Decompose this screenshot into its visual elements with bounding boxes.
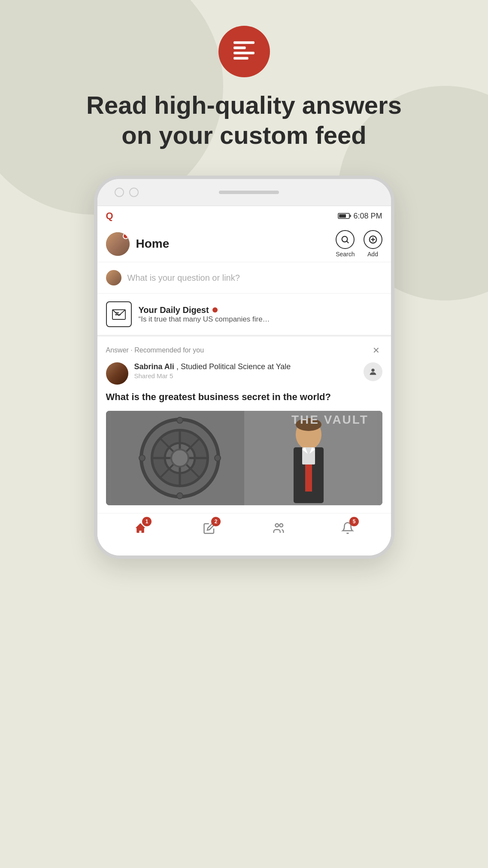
answer-meta: Answer · Recommended for you ✕: [106, 344, 382, 356]
phone-bottom: [97, 543, 391, 555]
svg-rect-0: [233, 41, 255, 44]
digest-title: Your Daily Digest: [139, 305, 209, 315]
svg-point-4: [342, 237, 348, 242]
notification-dot: [123, 233, 129, 239]
answer-image: THE VAULT: [106, 411, 382, 505]
nav-people-wrapper: [269, 519, 288, 537]
vault-visual: THE VAULT: [106, 411, 382, 505]
nav-item-people[interactable]: [269, 519, 288, 537]
digest-content: Your Daily Digest “Is it true that many …: [139, 305, 382, 324]
svg-point-23: [215, 455, 221, 461]
battery-fill: [339, 214, 346, 218]
svg-point-12: [371, 369, 374, 372]
question-avatar: [106, 270, 121, 285]
question-input-area[interactable]: What is your question or link?: [97, 262, 391, 294]
phone-hardware-top: [97, 179, 391, 206]
svg-point-36: [280, 524, 283, 527]
add-action[interactable]: Add: [364, 230, 382, 258]
phone-sensor: [129, 188, 139, 197]
nav-edit-wrapper: 2: [200, 519, 219, 537]
battery-icon: [338, 213, 350, 219]
svg-text:THE VAULT: THE VAULT: [291, 413, 369, 426]
answer-tag: Answer · Recommended for you: [106, 346, 204, 354]
author-avatar-inner: [106, 362, 128, 385]
svg-line-5: [347, 241, 349, 243]
nav-item-bell[interactable]: 5: [338, 519, 357, 537]
phone-speaker: [219, 191, 279, 194]
app-screen: Q 6:08 PM Home: [97, 206, 391, 543]
nav-item-home[interactable]: 1: [131, 519, 150, 537]
svg-rect-3: [233, 57, 249, 59]
people-icon: [272, 522, 285, 534]
header-actions: Search Add: [336, 230, 382, 258]
daily-digest[interactable]: Your Daily Digest “Is it true that many …: [97, 294, 391, 337]
answer-card: Answer · Recommended for you ✕ Sabrina A…: [97, 337, 391, 513]
nav-bell-wrapper: 5: [338, 519, 357, 537]
headline-line2: on your custom feed: [121, 121, 366, 149]
nav-home-wrapper: 1: [131, 519, 150, 537]
search-circle: [336, 230, 355, 249]
envelope-icon: [111, 307, 127, 322]
nav-item-edit[interactable]: 2: [200, 519, 219, 537]
add-icon: [368, 235, 378, 244]
svg-point-35: [276, 524, 279, 527]
follow-button[interactable]: [364, 362, 382, 381]
phone-camera: [115, 188, 124, 197]
vault-svg: THE VAULT: [106, 411, 382, 505]
status-bar: Q 6:08 PM: [97, 206, 391, 226]
svg-rect-2: [233, 52, 255, 54]
home-badge: 1: [142, 517, 152, 526]
edit-badge: 2: [211, 517, 221, 526]
app-icon: [218, 26, 270, 77]
add-circle: [364, 230, 382, 249]
headline: Read high-quality answers on your custom…: [86, 90, 402, 150]
status-time: 6:08 PM: [353, 212, 382, 221]
search-action[interactable]: Search: [336, 230, 355, 258]
svg-point-26: [171, 449, 188, 467]
follow-icon: [368, 367, 378, 376]
author-credential: Studied Political Science at Yale: [181, 362, 291, 371]
author-info: Sabrina Ali , Studied Political Science …: [134, 362, 358, 379]
svg-point-24: [177, 493, 183, 499]
status-bar-right: 6:08 PM: [338, 212, 382, 221]
app-header: Home Search: [97, 226, 391, 262]
author-name: Sabrina Ali , Studied Political Science …: [134, 362, 358, 371]
header-title: Home: [136, 237, 336, 251]
bell-badge: 5: [349, 517, 359, 526]
digest-preview: “Is it true that many US companies fire…: [139, 315, 270, 323]
author-avatar[interactable]: [106, 362, 128, 385]
digest-icon: [106, 301, 132, 327]
add-label: Add: [367, 251, 378, 258]
svg-rect-1: [233, 46, 246, 49]
page-container: Read high-quality answers on your custom…: [0, 0, 488, 559]
news-icon: [230, 38, 258, 66]
svg-point-22: [177, 417, 183, 423]
answer-question: What is the greatest business secret in …: [106, 391, 382, 404]
svg-rect-10: [115, 313, 119, 313]
search-label: Search: [336, 251, 355, 258]
author-name-text: Sabrina Ali: [134, 362, 174, 371]
quora-logo: Q: [106, 210, 113, 222]
phone-sensors: [115, 188, 139, 197]
shared-date: Shared Mar 5: [134, 372, 358, 379]
svg-point-25: [139, 455, 145, 461]
bottom-nav: 1 2: [97, 513, 391, 543]
svg-rect-11: [115, 314, 121, 315]
digest-title-row: Your Daily Digest: [139, 305, 382, 315]
headline-line1: Read high-quality answers: [86, 91, 402, 119]
close-button[interactable]: ✕: [370, 344, 382, 356]
user-avatar[interactable]: [106, 232, 130, 256]
phone-mockup: Q 6:08 PM Home: [94, 176, 394, 559]
answer-author-row: Sabrina Ali , Studied Political Science …: [106, 362, 382, 385]
search-icon: [340, 235, 350, 244]
question-placeholder: What is your question or link?: [127, 273, 240, 283]
digest-notification-dot: [212, 307, 218, 313]
